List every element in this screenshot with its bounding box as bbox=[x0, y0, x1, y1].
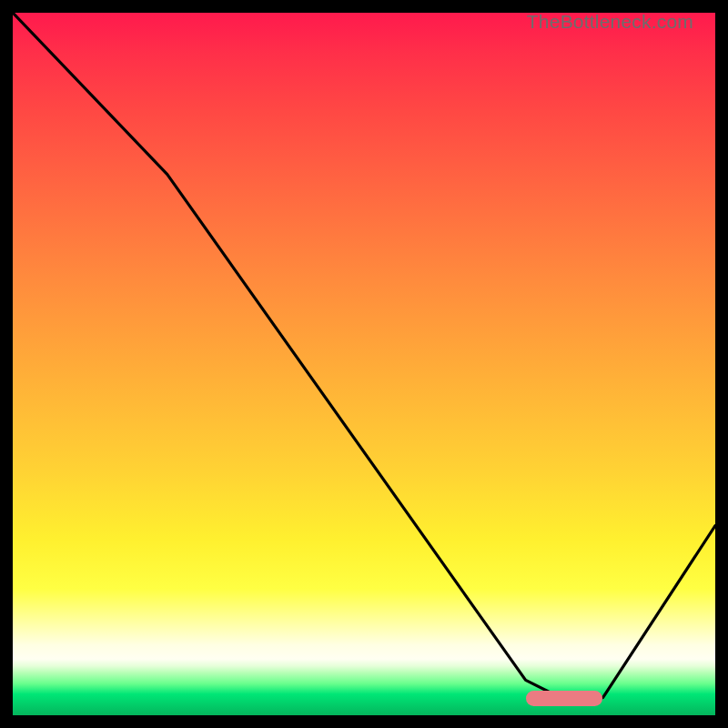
optimal-range-marker bbox=[526, 691, 603, 706]
curve-path bbox=[13, 13, 715, 698]
chart-frame: TheBottleneck.com bbox=[0, 0, 728, 728]
bottleneck-curve bbox=[13, 13, 715, 715]
watermark-text: TheBottleneck.com bbox=[527, 11, 693, 33]
